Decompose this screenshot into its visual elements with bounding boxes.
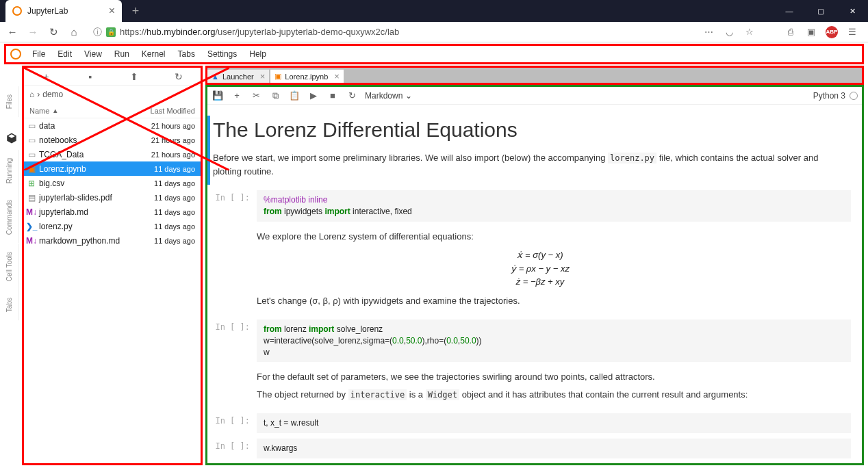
csv-icon: ⊞ — [24, 179, 39, 188]
shield-icon[interactable]: ◡ — [723, 26, 735, 38]
col-modified-label[interactable]: Last Modified — [139, 107, 201, 115]
file-modified: 21 hours ago — [139, 151, 201, 159]
code-cell[interactable]: In [ ]: %matplotlib inline from ipywidge… — [207, 190, 851, 222]
tab-close-icon[interactable]: × — [109, 5, 115, 17]
markdown-cell[interactable]: The Lorenz Differential Equations Before… — [207, 116, 851, 185]
file-row[interactable]: M↓markdown_python.md11 days ago — [24, 233, 201, 248]
url-scheme: https — [120, 27, 139, 37]
tab-launcher[interactable]: ▲ Launcher × — [207, 69, 269, 83]
menu-help[interactable]: Help — [244, 48, 272, 60]
menu-tabs[interactable]: Tabs — [173, 48, 201, 60]
markdown-cell[interactable]: For the default set of parameters, we se… — [207, 367, 851, 408]
run-button[interactable]: ▶ — [307, 90, 320, 102]
rail-celltools[interactable]: Cell Tools — [4, 244, 19, 289]
forward-button[interactable]: → — [26, 25, 40, 39]
notebook-icon: ▣ — [275, 72, 281, 81]
sidebar-icon[interactable]: ▣ — [805, 26, 817, 38]
browser-tab[interactable]: JupyterLab × — [5, 0, 122, 22]
tab-close-icon[interactable]: × — [260, 71, 266, 81]
tabstrip-annotation: ▲ Launcher × ▣ Lorenz.ipynb × — [205, 66, 864, 85]
col-name-label[interactable]: Name — [29, 107, 49, 115]
rail-commands[interactable]: Commands — [4, 192, 19, 243]
notebook-annotation: 💾 + ✂ ⧉ 📋 ▶ ■ ↻ Markdown⌄ Python 3 The L… — [205, 85, 864, 465]
file-name: notebooks — [39, 135, 139, 145]
menu-view[interactable]: View — [79, 48, 107, 60]
new-launcher-button[interactable]: + — [39, 70, 53, 83]
breadcrumb-item[interactable]: demo — [42, 90, 63, 99]
rail-files[interactable]: Files — [4, 86, 19, 117]
kernel-indicator[interactable]: Python 3 — [813, 91, 858, 101]
bookmark-icon[interactable]: ☆ — [743, 26, 756, 38]
menu-edit[interactable]: Edit — [52, 48, 77, 60]
menu-file[interactable]: File — [27, 48, 51, 60]
menu-settings[interactable]: Settings — [202, 48, 242, 60]
file-name: Lorenz.ipynb — [39, 164, 139, 174]
file-row[interactable]: M↓jupyterlab.md11 days ago — [24, 205, 201, 219]
browser-titlebar: JupyterLab × + — ▢ ✕ — [0, 0, 868, 22]
file-row[interactable]: ▣Lorenz.ipynb11 days ago — [24, 161, 201, 176]
in-prompt: In [ ]: — [207, 439, 257, 458]
refresh-button[interactable]: ↻ — [172, 70, 186, 83]
code-cell[interactable]: In [ ]: from lorenz import solve_lorenz … — [207, 320, 851, 362]
hamburger-icon[interactable]: ☰ — [846, 26, 858, 38]
new-folder-button[interactable]: ▪ — [84, 70, 97, 83]
md-paragraph: We explore the Lorenz system of differen… — [257, 230, 824, 244]
info-icon[interactable]: ⓘ — [93, 26, 102, 38]
url-box[interactable]: ⓘ 🔒 https://hub.mybinder.org/user/jupyte… — [88, 26, 695, 38]
window-minimize-button[interactable]: — — [774, 0, 805, 22]
save-button[interactable]: 💾 — [212, 90, 224, 102]
sort-icon[interactable]: ▴ — [53, 106, 58, 115]
tab-label: Launcher — [222, 73, 254, 81]
py-icon: ❯_ — [24, 222, 39, 231]
rail-tabs[interactable]: Tabs — [4, 289, 19, 320]
lock-icon: 🔒 — [106, 27, 116, 37]
file-row[interactable]: ❯_lorenz.py11 days ago — [24, 219, 201, 233]
menu-kernel[interactable]: Kernel — [136, 48, 171, 60]
reload-button[interactable]: ↻ — [47, 25, 60, 39]
file-row[interactable]: ▭notebooks21 hours ago — [24, 133, 201, 147]
code-cell[interactable]: In [ ]: t, x_t = w.result — [207, 413, 851, 433]
celltype-select[interactable]: Markdown⌄ — [365, 91, 412, 101]
abp-icon[interactable]: ABP — [826, 26, 838, 38]
menubar: File Edit View Run Kernel Tabs Settings … — [6, 46, 862, 62]
breadcrumb[interactable]: ⌂ › demo — [24, 86, 201, 103]
in-prompt: In [ ]: — [207, 320, 257, 362]
equations: ẋ = σ(y − x) ẏ = ρx − y − xz ż = −βz + x… — [257, 248, 824, 289]
window-close-button[interactable]: ✕ — [837, 0, 868, 22]
tab-lorenz[interactable]: ▣ Lorenz.ipynb × — [270, 69, 344, 83]
back-button[interactable]: ← — [5, 25, 19, 39]
main-area: ▲ Launcher × ▣ Lorenz.ipynb × 💾 + ✂ ⧉ 📋 … — [205, 66, 864, 465]
url-host: hub.mybinder.org — [146, 27, 215, 37]
folder-icon: ▭ — [24, 121, 39, 131]
file-row[interactable]: ▭data21 hours ago — [24, 118, 201, 133]
paste-button[interactable]: 📋 — [288, 90, 301, 102]
file-name: big.csv — [39, 179, 139, 188]
tab-close-icon[interactable]: × — [334, 71, 340, 81]
notebook-content[interactable]: The Lorenz Differential Equations Before… — [207, 105, 862, 463]
more-icon[interactable]: ⋯ — [702, 26, 715, 38]
markdown-cell[interactable]: We explore the Lorenz system of differen… — [207, 227, 851, 315]
new-tab-button[interactable]: + — [126, 1, 145, 21]
menu-run[interactable]: Run — [109, 48, 135, 60]
cube-icon — [4, 131, 19, 146]
file-modified: 11 days ago — [139, 179, 201, 187]
restart-button[interactable]: ↻ — [346, 90, 358, 102]
stop-button[interactable]: ■ — [327, 90, 339, 102]
cut-button[interactable]: ✂ — [250, 90, 262, 102]
url-path: /user/jupyterlab-jupyterlab-demo-quxywx2… — [215, 27, 399, 37]
library-icon[interactable]: ⎙ — [784, 26, 797, 38]
copy-button[interactable]: ⧉ — [269, 90, 281, 102]
file-row[interactable]: ▤jupyterlab-slides.pdf11 days ago — [24, 190, 201, 205]
home-button[interactable]: ⌂ — [67, 25, 81, 39]
file-row[interactable]: ▭TCGA_Data21 hours ago — [24, 147, 201, 161]
file-modified: 21 hours ago — [139, 136, 201, 144]
page-title: The Lorenz Differential Equations — [213, 118, 824, 142]
code-cell[interactable]: In [ ]: w.kwargs — [207, 439, 851, 458]
rail-running[interactable]: Running — [4, 150, 19, 192]
window-maximize-button[interactable]: ▢ — [805, 0, 837, 22]
file-row[interactable]: ⊞big.csv11 days ago — [24, 176, 201, 190]
upload-button[interactable]: ⬆ — [127, 70, 141, 83]
home-icon[interactable]: ⌂ — [29, 90, 34, 99]
window-controls: — ▢ ✕ — [774, 0, 868, 22]
insert-cell-button[interactable]: + — [231, 90, 243, 102]
